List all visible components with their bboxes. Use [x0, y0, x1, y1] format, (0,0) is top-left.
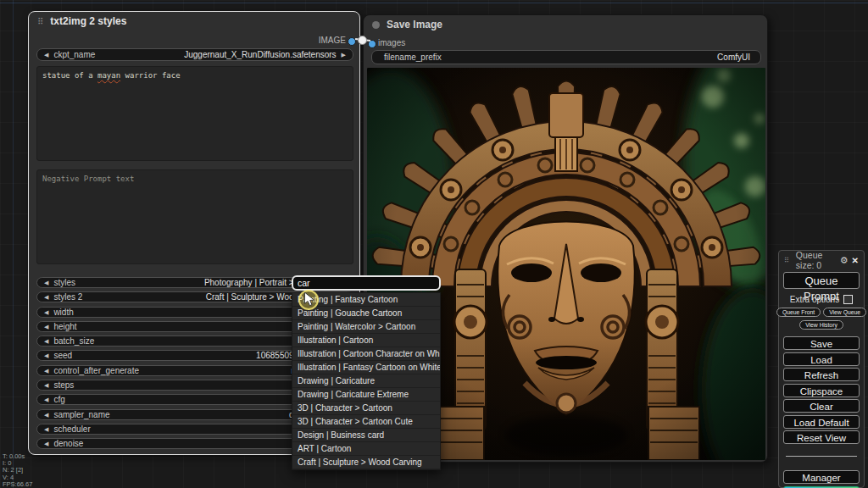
queue-prompt-button[interactable]: Queue Prompt	[783, 272, 860, 289]
menu-action-button[interactable]: Save	[783, 336, 860, 350]
output-slot-label: IMAGE	[319, 36, 346, 45]
view-history-button[interactable]: View History	[799, 320, 843, 330]
widget-value: Photography | Portrait >	[204, 278, 294, 287]
manager-button[interactable]: Manager	[783, 470, 860, 484]
node-title: txt2img 2 styles	[50, 15, 126, 27]
widget-name: cfg	[53, 395, 64, 404]
widget-value: Juggernaut_X_RunDiffusion.safetensors	[184, 50, 336, 59]
style-options-list: Painting | Fantasy Cartoon Painting | Go…	[292, 292, 441, 470]
style-option[interactable]: Craft | Sculpture > Wood Carving	[292, 456, 440, 469]
settings-gear-icon[interactable]: ⚙	[840, 255, 849, 266]
widget-name: styles	[53, 278, 75, 287]
positive-prompt-textarea[interactable]: statue of a mayan warrior face	[36, 66, 353, 161]
extra-options-label: Extra options	[790, 295, 839, 304]
widget-left-arrow-icon[interactable]: ◀	[44, 426, 48, 432]
menu-action-button[interactable]: Load	[783, 352, 860, 366]
node-link-dot[interactable]	[358, 36, 367, 45]
widget-name: styles 2	[53, 292, 82, 302]
widget-left-arrow-icon[interactable]: ◀	[44, 396, 48, 402]
mouse-cursor-icon	[303, 292, 316, 310]
menu-action-button[interactable]: Refresh	[783, 368, 860, 381]
drag-handle-icon[interactable]: ⠿	[784, 257, 789, 264]
prompt-text: statue of a	[42, 71, 97, 80]
input-slot-label: images	[378, 38, 405, 47]
node-canvas[interactable]: ⠿ txt2img 2 styles IMAGE ◀ ckpt_name Jug…	[0, 0, 868, 488]
canvas-stats: T: 0.00sI: 0N: 2 [2]V: 4FPS:66.67	[3, 453, 32, 488]
widget-right-arrow-icon[interactable]: ▶	[342, 52, 346, 58]
style-option[interactable]: Painting | Watercolor > Cartoon	[292, 320, 440, 334]
widget-name: seed	[53, 351, 72, 360]
style-option[interactable]: Design | Business card	[292, 429, 440, 442]
menu-action-buttons: Save Load Refresh Clipspace Clear Load D…	[779, 336, 864, 444]
widget-name: scheduler	[53, 424, 90, 434]
grid-major-line-vertical	[13, 0, 14, 488]
widget-left-arrow-icon[interactable]: ◀	[44, 352, 48, 358]
menu-action-button[interactable]: Reset View	[783, 430, 860, 444]
widget-filename-prefix[interactable]: filename_prefix ComfyUI	[371, 50, 761, 64]
node-titlebar[interactable]: ⠿ txt2img 2 styles	[29, 12, 359, 30]
close-icon[interactable]: ✕	[852, 256, 859, 265]
widget-left-arrow-icon[interactable]: ◀	[44, 338, 48, 344]
queue-front-button[interactable]: Queue Front	[776, 308, 821, 317]
extra-options-checkbox[interactable]	[843, 295, 853, 304]
widget-left-arrow-icon[interactable]: ◀	[44, 382, 48, 388]
history-pill-row: View History	[779, 320, 864, 330]
extra-options-row: Extra options	[779, 295, 864, 304]
menu-divider	[786, 456, 857, 457]
widget-name: height	[53, 322, 76, 331]
prompt-text: warrior face	[120, 71, 180, 80]
menu-action-button[interactable]: Clipspace	[783, 384, 860, 397]
widget-name: denoise	[53, 439, 83, 448]
menu-action-button[interactable]: Load Default	[783, 415, 860, 429]
widget-name: batch_size	[53, 336, 94, 346]
widget-left-arrow-icon[interactable]: ◀	[44, 280, 48, 286]
menu-action-button[interactable]: Clear	[783, 399, 860, 413]
style-option[interactable]: Drawing | Caricature Extreme	[292, 388, 440, 402]
widget-left-arrow-icon[interactable]: ◀	[44, 294, 48, 300]
grid-major-line-horizontal	[0, 3, 868, 3]
widget-value: Craft | Sculpture > Woo	[206, 292, 294, 302]
canvas-stat-line: FPS:66.67	[3, 481, 32, 488]
node-collapse-icon[interactable]: ⠿	[37, 17, 43, 26]
widget-value: ComfyUI	[717, 53, 750, 62]
widget-left-arrow-icon[interactable]: ◀	[44, 52, 48, 58]
widget-left-arrow-icon[interactable]: ◀	[44, 412, 48, 418]
style-option[interactable]: Illustration | Fantasy Cartoon on White …	[292, 361, 440, 374]
queue-pill-row: Queue Front View Queue	[779, 308, 864, 317]
comfy-menu-panel: ⠿ Queue size: 0 ⚙ ✕ Queue Prompt Extra o…	[778, 250, 865, 488]
style-option[interactable]: 3D | Character > Cartoon Cute	[292, 415, 440, 429]
widget-left-arrow-icon[interactable]: ◀	[44, 441, 48, 446]
style-option[interactable]: Drawing | Caricature	[292, 374, 440, 388]
widget-left-arrow-icon[interactable]: ◀	[44, 368, 48, 374]
queue-size-label: Queue size: 0	[796, 250, 837, 270]
node-titlebar[interactable]: Save Image	[364, 15, 767, 34]
style-option[interactable]: Illustration | Cartoon	[292, 334, 440, 347]
widget-name: sampler_name	[53, 410, 109, 419]
widget-value: 10685509	[256, 351, 294, 360]
view-queue-button[interactable]: View Queue	[823, 308, 866, 317]
style-option[interactable]: Illustration | Cartoon Character on Whit…	[292, 347, 440, 361]
widget-name: ckpt_name	[53, 50, 95, 59]
queue-panel-header: ⠿ Queue size: 0 ⚙ ✕	[779, 253, 864, 267]
widget-name: filename_prefix	[384, 53, 442, 62]
negative-prompt-text: Negative Prompt text	[42, 175, 134, 183]
style-option[interactable]: ART | Cartoon	[292, 442, 440, 456]
style-search-input[interactable]	[292, 275, 441, 291]
widget-left-arrow-icon[interactable]: ◀	[44, 309, 48, 315]
widget-name: control_after_generate	[53, 366, 139, 375]
widget-name: steps	[53, 380, 74, 390]
negative-prompt-textarea[interactable]: Negative Prompt text	[36, 169, 353, 264]
prompt-misspelled-word: mayan	[97, 71, 120, 80]
widget-ckpt-name[interactable]: ◀ ckpt_name Juggernaut_X_RunDiffusion.sa…	[36, 48, 353, 61]
widget-name: width	[53, 308, 73, 317]
node-title: Save Image	[387, 19, 442, 30]
style-option[interactable]: 3D | Character > Cartoon	[292, 402, 440, 415]
node-collapse-dot[interactable]	[372, 21, 380, 29]
widget-left-arrow-icon[interactable]: ◀	[44, 324, 48, 330]
